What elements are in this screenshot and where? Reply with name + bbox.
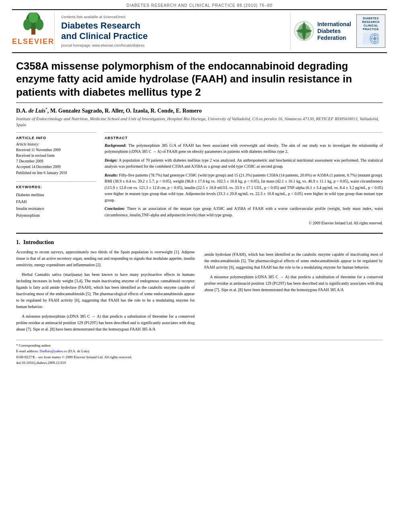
intro-right-para1: amide hydrolase (FAAH), which has been i…: [204, 251, 383, 271]
corresponding-author: * Corresponding author.: [16, 343, 383, 348]
intro-right-body: amide hydrolase (FAAH), which has been i…: [204, 251, 383, 293]
intro-para3: A missense polymorphism (cDNA 385 C → A)…: [16, 313, 195, 333]
article-history: Article history: Received 11 November 20…: [16, 142, 97, 176]
abstract-text: Background: The polymorphism 385 G/A of …: [105, 142, 383, 226]
sciencedirect-line: Contents lists available at ScienceDirec…: [61, 15, 125, 19]
two-col-layout: ARTICLE INFO Article history: Received 1…: [16, 132, 383, 226]
content-two-col: 1. Introduction According to recent surv…: [16, 239, 383, 336]
copyright-line: © 2009 Elsevier Ireland Ltd. All rights …: [105, 220, 383, 226]
elsevier-tree-icon: [21, 12, 45, 37]
design-label: Design:: [105, 158, 119, 162]
article-title-area: C358A missense polymorphism of the endoc…: [16, 60, 383, 103]
email-link[interactable]: Dadluis@yahoo.es: [39, 349, 67, 353]
email-line: E-mail address: Dadluis@yahoo.es (D.A. d…: [16, 348, 383, 354]
page: DIABETES RESEARCH AND CLINICAL PRACTICE …: [0, 0, 399, 532]
results-label: Results:: [105, 173, 119, 177]
accepted: Accepted 14 December 2009: [16, 164, 97, 170]
article-title: C358A missense polymorphism of the endoc…: [16, 60, 383, 99]
idf-logo-area: InternationalDiabetesFederation: [294, 21, 351, 41]
authors-line: D.A. de Luis*, M. Gonzalez Sagrado, R. A…: [16, 107, 383, 114]
keyword-polymorphism: Polymorphism: [16, 212, 97, 219]
conclusion-text: There is an association of the mutant ty…: [105, 206, 383, 217]
authors-area: D.A. de Luis*, M. Gonzalez Sagrado, R. A…: [16, 107, 383, 128]
article-info-label: ARTICLE INFO: [16, 136, 97, 140]
intro-right: amide hydrolase (FAAH), which has been i…: [204, 239, 383, 336]
background-text: The polymorphism 385 G/A of FAAH has bee…: [105, 143, 383, 154]
design-text: A population of 70 patients with diabete…: [105, 158, 383, 169]
issn-line: 0168-8227/$ – see front matter © 2009 El…: [16, 354, 383, 360]
intro-title-text: Introduction: [23, 239, 54, 245]
drcp-logo: DIABETESRESEARCHCLINICAL PRACTICE: [355, 12, 387, 50]
journal-info: Contents lists available at ScienceDirec…: [54, 12, 290, 50]
intro-title: 1. Introduction: [16, 239, 195, 246]
section-number: 1.: [16, 239, 21, 245]
conclusion-label: Conclusion:: [105, 206, 127, 211]
intro-right-para2: A missense polymorphism (cDNA 385 C → A)…: [204, 274, 383, 293]
journal-citation: DIABETES RESEARCH AND CLINICAL PRACTICE …: [0, 0, 399, 9]
history-label: Article history:: [16, 142, 97, 146]
received1: Received 11 November 2009: [16, 147, 97, 153]
intro-left: 1. Introduction According to recent surv…: [16, 239, 195, 336]
right-col: ABSTRACT Background: The polymorphism 38…: [105, 132, 383, 226]
main-content: 1. Introduction According to recent surv…: [16, 233, 383, 336]
abstract-title: ABSTRACT: [105, 136, 383, 140]
elsevier-logo-area: ELSEVIER: [12, 12, 54, 50]
intro-body: According to recent surveys, approximate…: [16, 249, 195, 333]
corresponding-label: * Corresponding author.: [16, 343, 51, 347]
idf-label: InternationalDiabetesFederation: [317, 21, 351, 41]
email-suffix: (D.A. de Luis).: [68, 349, 90, 353]
results-text: Fifty-five patients (78.7%) had genotype…: [105, 173, 383, 202]
svg-rect-0: [31, 29, 35, 35]
keyword-insulin: Insulin resistance: [16, 205, 97, 212]
affiliation: Institute of Endocrinology and Nutrition…: [16, 116, 383, 128]
doi-line: doi:10.1016/j.diabres.2009.12.019: [16, 360, 383, 366]
idf-emblem-icon: [294, 21, 314, 41]
journal-header: ELSEVIER Contents lists available at Sci…: [12, 9, 387, 53]
elsevier-wordmark: ELSEVIER: [12, 37, 54, 46]
footer-area: * Corresponding author. E-mail address: …: [16, 340, 383, 366]
left-col: ARTICLE INFO Article history: Received 1…: [16, 132, 97, 226]
keywords-block: Keywords: Diabetes mellitus FAAH Insulin…: [16, 181, 97, 219]
keywords-label: Keywords:: [16, 185, 97, 189]
drcp-cover-icon: [363, 33, 379, 45]
intro-para2: Herbal Cannabis sativa (marijuana) has b…: [16, 271, 195, 310]
published: Published on line 6 January 2010: [16, 170, 97, 176]
journal-homepage: journal homepage: www.elsevier.com/locat…: [61, 43, 144, 47]
abstract-conclusion: Conclusion: There is an association of t…: [105, 205, 383, 218]
abstract-section: ABSTRACT Background: The polymorphism 38…: [105, 132, 383, 226]
psychoactive-text: psychoactive: [141, 272, 162, 277]
drcp-box: DIABETESRESEARCHCLINICAL PRACTICE: [356, 14, 385, 48]
idf-section: InternationalDiabetesFederation: [290, 12, 355, 50]
keyword-diabetes: Diabetes mellitus: [16, 191, 97, 198]
abstract-background: Background: The polymorphism 385 G/A of …: [105, 142, 383, 155]
keyword-faah: FAAH: [16, 198, 97, 205]
email-label: E-mail address:: [16, 349, 39, 353]
abstract-design: Design: A population of 70 patients with…: [105, 157, 383, 170]
authors-text: D.A. de Luis*, M. Gonzalez Sagrado, R. A…: [16, 108, 202, 114]
abstract-results: Results: Fifty-five patients (78.7%) had…: [105, 172, 383, 203]
background-label: Background:: [105, 143, 128, 148]
revised: Received in revised form7 December 2009: [16, 153, 97, 164]
article-info-block: ARTICLE INFO Article history: Received 1…: [16, 132, 97, 176]
intro-para1: According to recent surveys, approximate…: [16, 249, 195, 268]
journal-title: Diabetes Researchand Clinical Practice: [61, 21, 148, 42]
